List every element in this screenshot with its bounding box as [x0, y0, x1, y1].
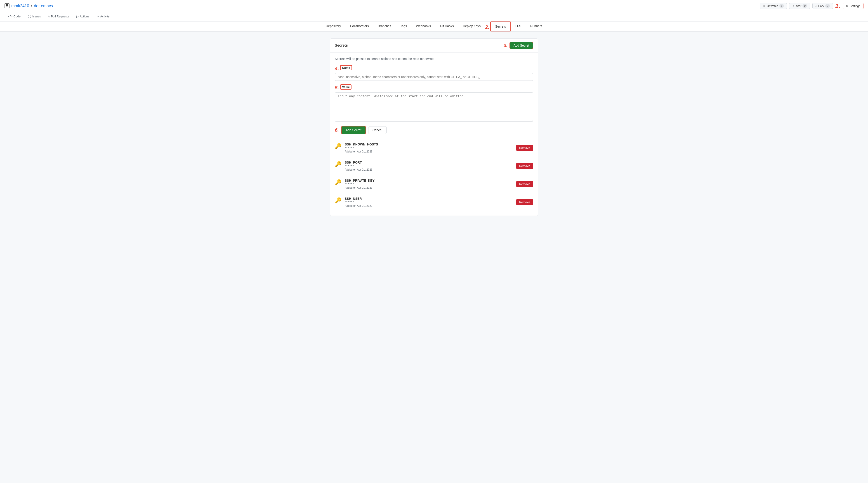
annotation-2: 2.: [485, 22, 490, 31]
name-input[interactable]: [335, 73, 533, 81]
subnav-tags[interactable]: Tags: [396, 22, 412, 31]
panel-title: Secrets: [335, 44, 348, 48]
subnav-runners[interactable]: Runners: [526, 22, 547, 31]
fork-button[interactable]: ⑃ Fork 0: [812, 3, 833, 9]
tab-issues[interactable]: ◯ Issues: [24, 12, 44, 21]
secret-mask: ******: [345, 200, 373, 204]
top-bar: mmk2410 / dot-emacs 👁 Unwatch 1 ☆ Star 0…: [0, 0, 868, 12]
secret-date: Added on Apr 01, 2023: [345, 186, 375, 189]
annotation-3: 3.: [503, 42, 507, 49]
unwatch-count: 1: [779, 4, 784, 8]
subnav-lfs[interactable]: LFS: [511, 22, 526, 31]
tab-activity-label: Activity: [100, 15, 110, 18]
nav-tabs: </> Code ◯ Issues ⑃ Pull Requests ▷ Acti…: [0, 12, 868, 22]
secret-date: Added on Apr 01, 2023: [345, 204, 373, 207]
actions-icon: ▷: [76, 15, 79, 18]
remove-button-1[interactable]: Remove: [516, 163, 533, 169]
panel-body: Secrets will be passed to certain action…: [330, 53, 538, 216]
subnav-repository[interactable]: Repository: [321, 22, 345, 31]
cancel-button[interactable]: Cancel: [368, 126, 387, 134]
tab-pull-requests-label: Pull Requests: [51, 15, 69, 18]
form-buttons: 6. Add Secret Cancel: [335, 126, 533, 134]
value-form-group: 5. Value: [335, 84, 533, 122]
secret-name: SSH_USER: [345, 197, 373, 200]
secret-details: SSH_KNOWN_HOSTS ****** Added on Apr 01, …: [345, 143, 378, 153]
secret-info: 🔑 SSH_USER ****** Added on Apr 01, 2023: [335, 197, 373, 207]
secret-mask: ******: [345, 164, 373, 168]
panel-description: Secrets will be passed to certain action…: [335, 57, 533, 61]
tab-code-label: Code: [13, 15, 21, 18]
add-secret-form-button[interactable]: Add Secret: [341, 126, 366, 134]
secret-item: 🔑 SSH_PORT ****** Added on Apr 01, 2023 …: [335, 157, 533, 175]
fork-count: 0: [825, 4, 830, 8]
key-icon: 🔑: [335, 143, 342, 149]
subnav-deploy-keys[interactable]: Deploy Keys: [458, 22, 485, 31]
gear-icon: ⚙: [846, 4, 848, 8]
repo-separator: /: [31, 4, 32, 8]
add-secret-header-button[interactable]: Add Secret: [509, 42, 533, 49]
annotation-5: 5.: [335, 85, 339, 91]
eye-icon: 👁: [763, 4, 766, 8]
remove-button-3[interactable]: Remove: [516, 199, 533, 205]
repo-icon: [4, 3, 9, 8]
star-icon: ☆: [792, 4, 795, 8]
secret-item: 🔑 SSH_PRIVATE_KEY ****** Added on Apr 01…: [335, 175, 533, 193]
secret-info: 🔑 SSH_KNOWN_HOSTS ****** Added on Apr 01…: [335, 143, 378, 153]
settings-subnav: Repository Collaborators Branches Tags W…: [0, 22, 868, 32]
secret-item: 🔑 SSH_USER ****** Added on Apr 01, 2023 …: [335, 193, 533, 211]
remove-button-2[interactable]: Remove: [516, 181, 533, 187]
pull-requests-icon: ⑃: [48, 15, 50, 18]
key-icon: 🔑: [335, 161, 342, 167]
subnav-branches[interactable]: Branches: [373, 22, 396, 31]
secret-info: 🔑 SSH_PORT ****** Added on Apr 01, 2023: [335, 161, 373, 171]
tab-code[interactable]: </> Code: [4, 12, 24, 21]
subnav-collaborators[interactable]: Collaborators: [345, 22, 373, 31]
secret-mask: ******: [345, 182, 375, 186]
secret-info: 🔑 SSH_PRIVATE_KEY ****** Added on Apr 01…: [335, 179, 375, 189]
panel-header: Secrets 3. Add Secret: [330, 39, 538, 53]
activity-icon: ∿: [96, 15, 99, 18]
code-icon: </>: [8, 15, 12, 18]
name-form-group: 4. Name: [335, 65, 533, 81]
fork-label: Fork: [818, 4, 824, 8]
secret-item: 🔑 SSH_KNOWN_HOSTS ****** Added on Apr 01…: [335, 139, 533, 157]
secret-details: SSH_USER ****** Added on Apr 01, 2023: [345, 197, 373, 207]
main-content: Secrets 3. Add Secret Secrets will be pa…: [326, 38, 542, 216]
secret-mask: ******: [345, 146, 378, 149]
issues-icon: ◯: [28, 15, 31, 18]
star-button[interactable]: ☆ Star 0: [789, 3, 810, 9]
remove-button-0[interactable]: Remove: [516, 145, 533, 151]
star-label: Star: [796, 4, 801, 8]
tab-actions-label: Actions: [80, 15, 90, 18]
subnav-webhooks[interactable]: Webhooks: [411, 22, 435, 31]
tab-issues-label: Issues: [32, 15, 41, 18]
fork-icon: ⑃: [815, 4, 817, 8]
value-label: Value: [340, 84, 351, 90]
secrets-panel: Secrets 3. Add Secret Secrets will be pa…: [330, 38, 538, 216]
subnav-git-hooks[interactable]: Git Hooks: [435, 22, 458, 31]
name-label: Name: [340, 65, 352, 70]
secret-details: SSH_PORT ****** Added on Apr 01, 2023: [345, 161, 373, 171]
secret-date: Added on Apr 01, 2023: [345, 150, 378, 153]
secret-name: SSH_PRIVATE_KEY: [345, 179, 375, 182]
settings-button[interactable]: ⚙ Settings: [843, 3, 864, 9]
annotation-1: 1.: [835, 2, 840, 9]
annotation-4: 4.: [335, 66, 339, 72]
annotation-6: 6.: [335, 127, 339, 133]
unwatch-button[interactable]: 👁 Unwatch 1: [760, 3, 787, 9]
secrets-list: 🔑 SSH_KNOWN_HOSTS ****** Added on Apr 01…: [335, 139, 533, 211]
value-textarea[interactable]: [335, 92, 533, 122]
top-actions: 👁 Unwatch 1 ☆ Star 0 ⑃ Fork 0 1. ⚙ Setti…: [760, 2, 864, 9]
repo-name-link[interactable]: dot-emacs: [34, 4, 53, 8]
settings-label: Settings: [850, 4, 860, 8]
secret-name: SSH_PORT: [345, 161, 373, 164]
secret-details: SSH_PRIVATE_KEY ****** Added on Apr 01, …: [345, 179, 375, 189]
secret-date: Added on Apr 01, 2023: [345, 168, 373, 171]
tab-actions[interactable]: ▷ Actions: [73, 12, 93, 21]
repo-owner-link[interactable]: mmk2410: [11, 4, 29, 8]
subnav-secrets[interactable]: Secrets: [490, 22, 511, 31]
star-count: 0: [802, 4, 807, 8]
repo-title: mmk2410 / dot-emacs: [4, 3, 53, 8]
tab-activity[interactable]: ∿ Activity: [93, 12, 113, 21]
tab-pull-requests[interactable]: ⑃ Pull Requests: [44, 12, 72, 21]
